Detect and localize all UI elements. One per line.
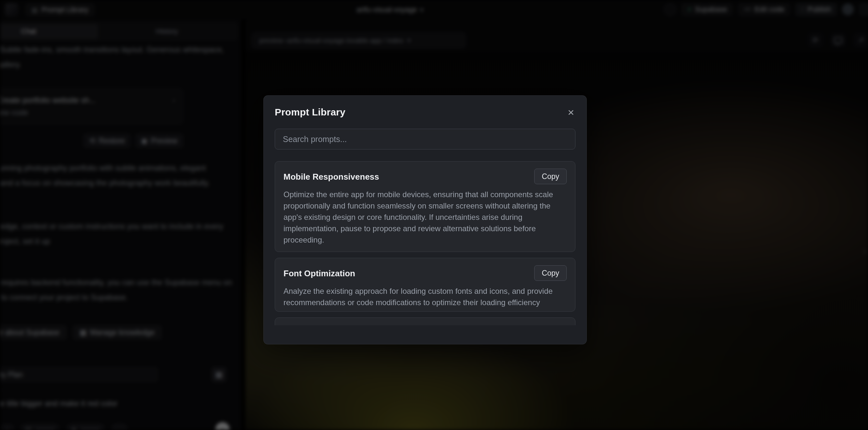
copy-button[interactable]: Copy	[534, 168, 567, 184]
copy-button[interactable]: Copy	[534, 265, 567, 281]
modal-header: Prompt Library ×	[275, 107, 576, 118]
search-prompts-input[interactable]	[275, 129, 576, 150]
close-icon: ×	[568, 106, 574, 118]
close-button[interactable]: ×	[566, 107, 576, 118]
prompt-list: Mobile Responsiveness Copy Optimize the …	[275, 161, 576, 325]
prompt-card: Mobile Responsiveness Copy Optimize the …	[275, 161, 576, 252]
modal-title: Prompt Library	[275, 107, 345, 118]
prompt-title: Mobile Responsiveness	[283, 172, 379, 182]
prompt-description: Optimize the entire app for mobile devic…	[283, 189, 567, 245]
prompt-description: Analyze the existing approach for loadin…	[283, 285, 567, 308]
prompt-card: Font Optimization Copy Analyze the exist…	[275, 258, 576, 312]
prompt-title: Font Optimization	[283, 269, 355, 279]
prompt-card-clipped	[275, 317, 576, 325]
prompt-library-modal: Prompt Library × Mobile Responsiveness C…	[264, 95, 587, 344]
